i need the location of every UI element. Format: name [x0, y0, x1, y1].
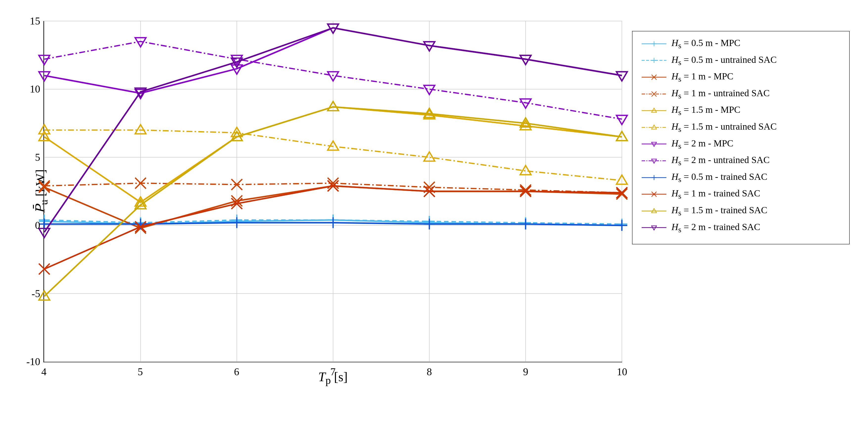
legend-item: Hs = 1 m - untrained SAC [641, 88, 841, 100]
legend-label: Hs = 1 m - trained SAC [672, 188, 761, 201]
y-tick-label: 10 [30, 83, 40, 95]
legend-item: Hs = 2 m - MPC [641, 138, 841, 151]
x-tick-label: 10 [617, 366, 627, 378]
legend-item: Hs = 1.5 m - trained SAC [641, 205, 841, 217]
legend-label: Hs = 1 m - untrained SAC [672, 88, 770, 100]
legend-item: Hs = 1.5 m - untrained SAC [641, 121, 841, 134]
legend-label: Hs = 1.5 m - untrained SAC [672, 121, 777, 134]
legend-item: Hs = 0.5 m - MPC [641, 37, 841, 50]
x-tick-label: 4 [41, 366, 46, 378]
legend-item: Hs = 0.5 m - trained SAC [641, 171, 841, 184]
legend-label: Hs = 2 m - trained SAC [672, 221, 761, 234]
x-tick-label: 5 [138, 366, 143, 378]
y-tick-label: -10 [27, 356, 40, 368]
legend-label: Hs = 2 m - untrained SAC [672, 154, 770, 167]
x-tick-label: 8 [427, 366, 432, 378]
legend: Hs = 0.5 m - MPCHs = 0.5 m - untrained S… [632, 31, 850, 244]
legend-label: Hs = 0.5 m - untrained SAC [672, 54, 777, 67]
chart-container: P̄u [kW] Tp [s] Hs = 0.5 m - MPCHs = 0.5… [13, 11, 855, 412]
legend-item: Hs = 0.5 m - untrained SAC [641, 54, 841, 67]
legend-label: Hs = 1.5 m - trained SAC [672, 205, 767, 217]
y-tick-label: 0 [35, 219, 40, 231]
y-tick-label: 5 [35, 151, 40, 163]
legend-label: Hs = 0.5 m - MPC [672, 37, 741, 50]
x-tick-label: 6 [234, 366, 239, 378]
legend-item: Hs = 2 m - untrained SAC [641, 154, 841, 167]
plot-svg [44, 21, 622, 362]
x-tick-label: 7 [331, 366, 336, 378]
legend-label: Hs = 1.5 m - MPC [672, 104, 741, 117]
legend-label: Hs = 0.5 m - trained SAC [672, 171, 767, 184]
legend-label: Hs = 1 m - MPC [672, 71, 734, 84]
legend-item: Hs = 1.5 m - MPC [641, 104, 841, 117]
y-tick-label: 15 [30, 15, 40, 27]
legend-item: Hs = 2 m - trained SAC [641, 221, 841, 234]
legend-label: Hs = 2 m - MPC [672, 138, 734, 151]
chart-area: P̄u [kW] Tp [s] Hs = 0.5 m - MPCHs = 0.5… [43, 21, 622, 362]
y-tick-label: -5 [32, 288, 40, 300]
legend-item: Hs = 1 m - MPC [641, 71, 841, 84]
x-tick-label: 9 [523, 366, 528, 378]
legend-item: Hs = 1 m - trained SAC [641, 188, 841, 201]
